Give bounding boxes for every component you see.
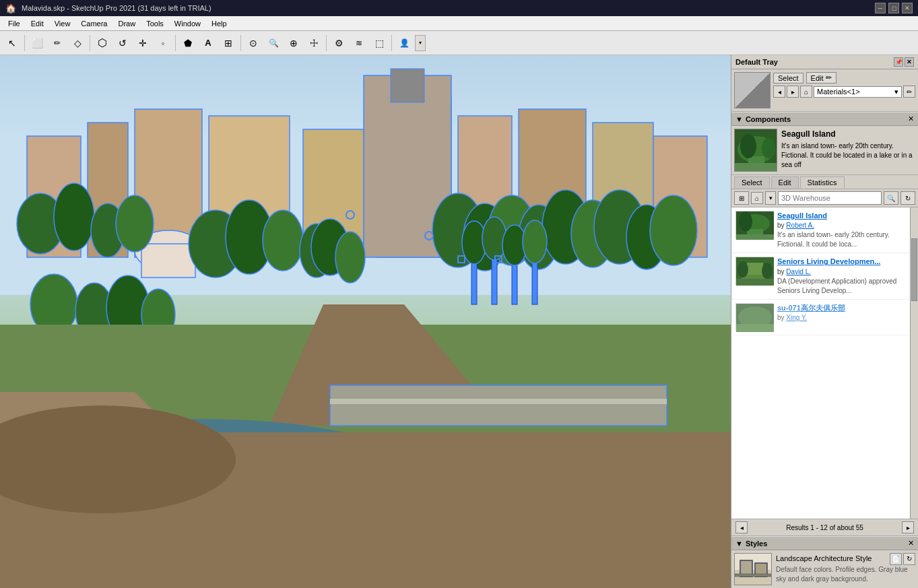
mat-back-button[interactable]: ◂ [773, 86, 785, 98]
style-thumbnail [734, 553, 772, 585]
styles-close-button[interactable]: ✕ [908, 539, 914, 548]
materials-select-button[interactable]: Select [773, 73, 804, 84]
menu-camera[interactable]: Camera [75, 18, 112, 29]
result-thumb-1 [735, 211, 773, 239]
settings-tool[interactable]: ⚙ [329, 34, 348, 53]
result-name-3[interactable]: su-071高尔夫俱乐部 [777, 303, 914, 313]
components-tabs: Select Edit Statistics [731, 175, 918, 189]
select-tool[interactable]: ↖ [3, 34, 22, 53]
menu-tools[interactable]: Tools [141, 18, 169, 29]
app-title: Malavida.skp - SketchUp Pro 2021 (31 day… [22, 4, 211, 12]
pan-tool[interactable]: ☩ [304, 34, 323, 53]
zoom-extents-tool[interactable]: ⊕ [284, 34, 303, 53]
search-home-button[interactable]: ⌂ [751, 192, 763, 204]
text-tool[interactable]: A [199, 34, 218, 53]
result-author-1: by Robert A. [777, 221, 914, 230]
component-thumb-svg [735, 129, 777, 172]
layers-tool[interactable]: ≋ [350, 34, 368, 53]
menu-edit[interactable]: Edit [26, 18, 49, 29]
orbit-tool[interactable]: ⊙ [244, 34, 263, 53]
view-toggle-button[interactable]: ⊞ [734, 191, 749, 205]
right-panel: Default Tray 📌 ✕ Select Edit ✏ [731, 55, 918, 588]
result-author-2: by David L. [777, 267, 914, 277]
tab-edit[interactable]: Edit [771, 176, 799, 189]
svg-rect-52 [330, 399, 667, 404]
style-update-button[interactable]: ↻ [903, 553, 915, 565]
result-author-link-1[interactable]: Robert A. [786, 222, 814, 229]
shape-tool[interactable]: ◇ [68, 34, 87, 53]
result-item-3[interactable]: su-071高尔夫俱乐部 by Xing Y. [731, 300, 918, 335]
result-item-2[interactable]: Seniors Living Developmen... by David L.… [731, 253, 918, 299]
tab-select[interactable]: Select [734, 176, 770, 189]
components-section-header[interactable]: ▼ Components ✕ [731, 112, 918, 126]
styles-section: ▼ Styles ✕ [731, 535, 918, 588]
result-thumb-2 [735, 257, 773, 285]
styles-collapse-arrow-icon: ▼ [735, 540, 743, 548]
chevron-down-icon: ▾ [894, 88, 898, 96]
svg-point-73 [737, 261, 748, 277]
material-swatch [734, 72, 771, 108]
scenes-tool[interactable]: ⬚ [370, 34, 389, 53]
style-info: Landscape Architecture Style 📄 ↻ Default… [776, 553, 915, 585]
result-info-2: Seniors Living Developmen... by David L.… [777, 257, 914, 295]
materials-dropdown[interactable]: Materials<1> ▾ [814, 86, 902, 98]
zoom-tool[interactable]: 🔍 [264, 34, 283, 53]
search-refresh-button[interactable]: ↻ [900, 191, 915, 205]
search-dropdown-button[interactable]: ▾ [765, 191, 776, 205]
result-item-1[interactable]: Seagull Island by Robert A. It's an isla… [731, 207, 918, 253]
results-navigation: ◂ Results 1 - 12 of about 55 ▸ [731, 519, 918, 535]
search-submit-button[interactable]: 🔍 [884, 191, 898, 205]
eraser-tool[interactable]: ⬜ [28, 34, 46, 53]
menu-help[interactable]: Help [206, 18, 232, 29]
mat-home-button[interactable]: ⌂ [800, 86, 812, 98]
components-close-button[interactable]: ✕ [908, 115, 914, 123]
menu-view[interactable]: View [49, 18, 76, 29]
minimize-button[interactable]: ─ [875, 3, 886, 13]
scrollbar-thumb[interactable] [911, 238, 917, 300]
svg-point-45 [523, 220, 547, 263]
menu-window[interactable]: Window [169, 18, 206, 29]
result-author-link-3[interactable]: Xing Y. [786, 314, 807, 321]
restore-button[interactable]: ◻ [888, 3, 899, 13]
search-input[interactable] [778, 191, 882, 205]
mat-forward-button[interactable]: ▸ [787, 86, 799, 98]
results-scrollbar[interactable] [910, 207, 918, 519]
tray-title: Default Tray [735, 58, 778, 66]
close-button[interactable]: ✕ [902, 3, 913, 13]
result-name-2[interactable]: Seniors Living Developmen... [777, 257, 914, 267]
results-prev-button[interactable]: ◂ [735, 521, 748, 533]
menu-file[interactable]: File [3, 18, 26, 29]
offset-tool[interactable]: ⬟ [178, 34, 197, 53]
svg-point-16 [54, 183, 94, 251]
styles-title: ▼ Styles [735, 540, 767, 548]
style-item-landscape: Landscape Architecture Style 📄 ↻ Default… [731, 550, 918, 588]
materials-preview-bar: Select Edit ✏ ◂ ▸ ⌂ Materials<1> ▾ [731, 69, 918, 112]
dimension-tool[interactable]: ⊞ [219, 34, 238, 53]
svg-rect-64 [735, 163, 777, 172]
svg-point-24 [335, 232, 365, 283]
scale-tool[interactable]: ⬦ [154, 34, 172, 53]
tray-pin-button[interactable]: 📌 [894, 57, 903, 67]
tray-close-button[interactable]: ✕ [905, 57, 914, 67]
style-name: Landscape Architecture Style [776, 554, 872, 564]
result-info-1: Seagull Island by Robert A. It's an isla… [777, 211, 914, 249]
svg-point-68 [739, 211, 752, 232]
styles-section-header[interactable]: ▼ Styles ✕ [731, 536, 918, 550]
pencil-tool[interactable]: ✏ [48, 34, 67, 53]
style-create-button[interactable]: 📄 [890, 553, 902, 565]
mat-action-button[interactable]: ✏ [903, 86, 915, 98]
result-author-link-2[interactable]: David L. [786, 268, 811, 275]
result-name-1[interactable]: Seagull Island [777, 211, 914, 221]
results-next-button[interactable]: ▸ [902, 521, 914, 533]
push-pull-tool[interactable]: ⬡ [93, 34, 112, 53]
separator-3 [175, 35, 176, 51]
person-tool[interactable]: 👤 [395, 34, 414, 53]
move-tool[interactable]: ✛ [133, 34, 152, 53]
person-dropdown[interactable]: ▾ [415, 35, 426, 51]
tab-statistics[interactable]: Statistics [800, 176, 845, 189]
menu-draw[interactable]: Draw [112, 18, 141, 29]
rotate-tool[interactable]: ↺ [113, 34, 132, 53]
viewport[interactable] [0, 55, 731, 588]
materials-edit-button[interactable]: Edit ✏ [806, 72, 837, 84]
selected-component-description: It's an island town- early 20th century.… [781, 141, 915, 170]
